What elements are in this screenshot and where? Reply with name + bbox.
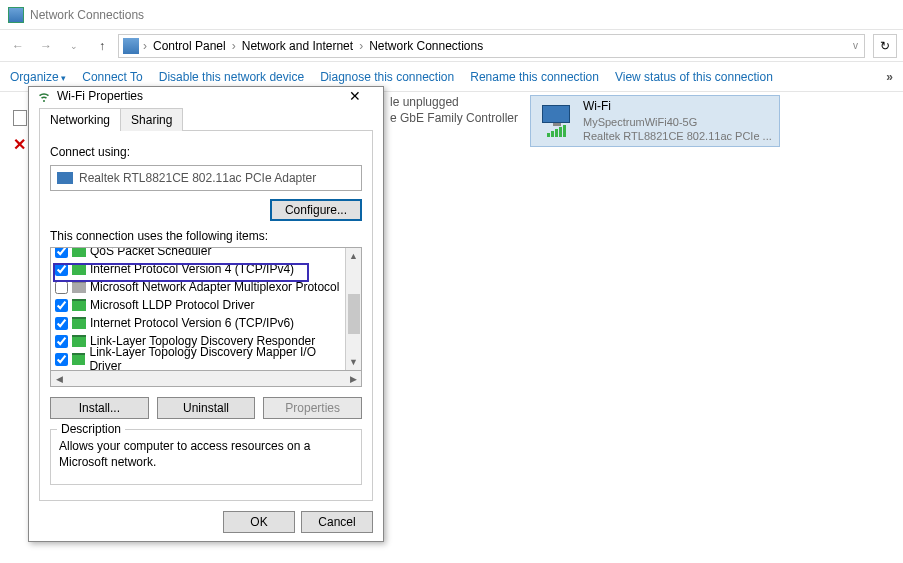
tab-sharing[interactable]: Sharing <box>120 108 183 131</box>
adapter-icon <box>57 172 73 184</box>
configure-button[interactable]: Configure... <box>270 199 362 221</box>
network-item-checkbox[interactable] <box>55 353 68 366</box>
breadcrumb-sep: › <box>357 39 365 53</box>
horizontal-scrollbar[interactable]: ◀ ▶ <box>50 371 362 387</box>
breadcrumb-dropdown[interactable]: v <box>851 40 860 51</box>
adapter-ssid: MySpectrumWiFi40-5G <box>583 115 775 129</box>
ok-button[interactable]: OK <box>223 511 295 533</box>
network-item[interactable]: Link-Layer Topology Discovery Mapper I/O… <box>51 350 345 368</box>
cmd-view-status[interactable]: View status of this connection <box>615 70 773 84</box>
cmd-overflow[interactable]: » <box>886 70 893 84</box>
scroll-down-arrow[interactable]: ▼ <box>349 354 358 370</box>
network-item[interactable]: QoS Packet Scheduler <box>51 248 345 260</box>
network-protocol-icon <box>72 248 86 257</box>
properties-button[interactable]: Properties <box>263 397 362 419</box>
adapter-partial-line3: e GbE Family Controller <box>390 111 518 127</box>
tab-networking[interactable]: Networking <box>39 108 121 131</box>
uninstall-button[interactable]: Uninstall <box>157 397 256 419</box>
network-item-checkbox[interactable] <box>55 299 68 312</box>
nav-back-button[interactable]: ← <box>6 34 30 58</box>
nav-forward-button[interactable]: → <box>34 34 58 58</box>
nav-up-button[interactable]: ↑ <box>90 34 114 58</box>
network-item-label: QoS Packet Scheduler <box>90 248 211 258</box>
window-title: Network Connections <box>30 8 144 22</box>
network-item-checkbox[interactable] <box>55 335 68 348</box>
scroll-thumb[interactable] <box>348 294 360 334</box>
adapter-item-wifi[interactable]: Wi-Fi MySpectrumWiFi40-5G Realtek RTL882… <box>530 95 780 147</box>
breadcrumb-sep: › <box>141 39 149 53</box>
network-item-checkbox[interactable] <box>55 281 68 294</box>
breadcrumb-control-panel[interactable]: Control Panel <box>151 39 228 53</box>
install-button[interactable]: Install... <box>50 397 149 419</box>
cancel-button[interactable]: Cancel <box>301 511 373 533</box>
adapter-item-ethernet-partial: le unplugged e GbE Family Controller <box>390 95 518 126</box>
network-item-checkbox[interactable] <box>55 248 68 258</box>
network-item-checkbox[interactable] <box>55 263 68 276</box>
vertical-scrollbar[interactable]: ▲ ▼ <box>345 248 361 370</box>
network-item[interactable]: Microsoft Network Adapter Multiplexor Pr… <box>51 278 345 296</box>
network-protocol-icon <box>72 263 86 275</box>
cmd-diagnose[interactable]: Diagnose this connection <box>320 70 454 84</box>
cmd-rename[interactable]: Rename this connection <box>470 70 599 84</box>
adapter-device: Realtek RTL8821CE 802.11ac PCIe ... <box>583 129 775 143</box>
tab-strip: Networking Sharing <box>39 107 373 131</box>
background-artifact <box>13 110 27 126</box>
cmd-connect-to[interactable]: Connect To <box>82 70 143 84</box>
network-item-checkbox[interactable] <box>55 317 68 330</box>
adapter-name: Wi-Fi <box>583 99 775 115</box>
description-text: Allows your computer to access resources… <box>59 438 353 470</box>
items-label: This connection uses the following items… <box>50 229 362 243</box>
adapter-box: Realtek RTL8821CE 802.11ac PCIe Adapter <box>50 165 362 191</box>
network-item[interactable]: Microsoft LLDP Protocol Driver <box>51 296 345 314</box>
network-item-label: Microsoft Network Adapter Multiplexor Pr… <box>90 280 339 294</box>
breadcrumb-icon <box>123 38 139 54</box>
dialog-title: Wi-Fi Properties <box>57 89 143 103</box>
network-item-label: Internet Protocol Version 4 (TCP/IPv4) <box>90 262 294 276</box>
network-protocol-icon <box>72 281 86 293</box>
address-bar: ← → ⌄ ↑ › Control Panel › Network and In… <box>0 30 903 62</box>
close-button[interactable]: ✕ <box>335 88 375 104</box>
scroll-right-arrow[interactable]: ▶ <box>345 374 361 384</box>
breadcrumb-network-internet[interactable]: Network and Internet <box>240 39 355 53</box>
network-item-label: Microsoft LLDP Protocol Driver <box>90 298 255 312</box>
network-connections-icon <box>8 7 24 23</box>
dialog-titlebar: Wi-Fi Properties ✕ <box>29 87 383 105</box>
adapter-partial-line2: le unplugged <box>390 95 518 111</box>
network-protocol-icon <box>72 353 85 365</box>
description-group: Description Allows your computer to acce… <box>50 429 362 485</box>
description-legend: Description <box>57 422 125 436</box>
adapter-name-text: Realtek RTL8821CE 802.11ac PCIe Adapter <box>79 171 316 185</box>
tab-panel-networking: Connect using: Realtek RTL8821CE 802.11a… <box>39 131 373 501</box>
refresh-button[interactable]: ↻ <box>873 34 897 58</box>
network-protocol-icon <box>72 317 86 329</box>
breadcrumb[interactable]: › Control Panel › Network and Internet ›… <box>118 34 865 58</box>
network-item-label: Link-Layer Topology Discovery Mapper I/O… <box>89 345 341 370</box>
scroll-up-arrow[interactable]: ▲ <box>349 248 358 264</box>
breadcrumb-network-connections[interactable]: Network Connections <box>367 39 485 53</box>
connect-using-label: Connect using: <box>50 145 362 159</box>
cmd-disable[interactable]: Disable this network device <box>159 70 304 84</box>
network-protocol-icon <box>72 299 86 311</box>
scroll-left-arrow[interactable]: ◀ <box>51 374 67 384</box>
wifi-adapter-icon <box>535 100 577 142</box>
network-item[interactable]: Internet Protocol Version 6 (TCP/IPv6) <box>51 314 345 332</box>
network-protocol-icon <box>72 335 86 347</box>
network-item-label: Internet Protocol Version 6 (TCP/IPv6) <box>90 316 294 330</box>
cmd-organize[interactable]: Organize <box>10 70 66 84</box>
background-artifact-x: ✕ <box>13 135 26 154</box>
wifi-properties-dialog: Wi-Fi Properties ✕ Networking Sharing Co… <box>28 86 384 542</box>
network-item[interactable]: Internet Protocol Version 4 (TCP/IPv4) <box>51 260 345 278</box>
nav-recent-dropdown[interactable]: ⌄ <box>62 34 86 58</box>
network-items-listbox[interactable]: QoS Packet SchedulerInternet Protocol Ve… <box>50 247 362 371</box>
dialog-footer: OK Cancel <box>29 503 383 541</box>
window-titlebar: Network Connections <box>0 0 903 30</box>
wifi-icon <box>37 89 51 103</box>
breadcrumb-sep: › <box>230 39 238 53</box>
